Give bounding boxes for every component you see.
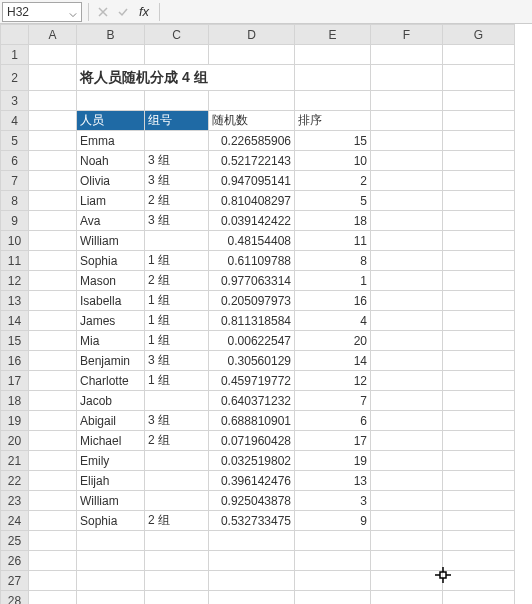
header-rank[interactable]: 排序 [295,111,371,131]
column-header[interactable]: E [295,25,371,45]
cell-person[interactable]: Sophia [77,511,145,531]
cell-rank[interactable]: 17 [295,431,371,451]
cell-rand[interactable]: 0.640371232 [209,391,295,411]
cell[interactable] [371,211,443,231]
cell[interactable] [371,471,443,491]
row-header[interactable]: 20 [1,431,29,451]
cell[interactable] [29,65,77,91]
header-group[interactable]: 组号 [145,111,209,131]
fx-label[interactable]: fx [139,4,149,19]
cell[interactable] [371,411,443,431]
cell-group[interactable]: 2 组 [145,511,209,531]
cell-person[interactable]: Michael [77,431,145,451]
cell[interactable] [29,591,77,605]
column-header[interactable]: F [371,25,443,45]
cell[interactable] [443,331,515,351]
cell[interactable] [145,531,209,551]
row-header[interactable]: 26 [1,551,29,571]
cell-rank[interactable]: 4 [295,311,371,331]
cell[interactable] [443,45,515,65]
cell[interactable] [443,131,515,151]
select-all-corner[interactable] [1,25,29,45]
row-header[interactable]: 19 [1,411,29,431]
cell-group[interactable]: 3 组 [145,351,209,371]
cell-rand[interactable]: 0.459719772 [209,371,295,391]
column-header[interactable]: D [209,25,295,45]
cell[interactable] [29,451,77,471]
cell[interactable] [371,251,443,271]
row-header[interactable]: 10 [1,231,29,251]
cell[interactable] [29,551,77,571]
cell[interactable] [371,531,443,551]
cell[interactable] [29,351,77,371]
cell[interactable] [29,231,77,251]
row-header[interactable]: 28 [1,591,29,605]
cell-person[interactable]: Liam [77,191,145,211]
cell-group[interactable]: 1 组 [145,371,209,391]
cell[interactable] [29,391,77,411]
cell[interactable] [77,45,145,65]
cell-rand[interactable]: 0.947095141 [209,171,295,191]
cell-person[interactable]: Ava [77,211,145,231]
cell-person[interactable]: Jacob [77,391,145,411]
name-box-dropdown-icon[interactable] [69,8,77,16]
cell-group[interactable]: 3 组 [145,171,209,191]
cell[interactable] [29,171,77,191]
cell[interactable] [145,91,209,111]
cell-rank[interactable]: 3 [295,491,371,511]
cell[interactable] [371,91,443,111]
cell-rank[interactable]: 12 [295,371,371,391]
cell-group[interactable]: 1 组 [145,291,209,311]
cell-rand[interactable]: 0.00622547 [209,331,295,351]
row-header[interactable]: 5 [1,131,29,151]
cell[interactable] [371,351,443,371]
cell-group[interactable]: 1 组 [145,251,209,271]
row-header[interactable]: 6 [1,151,29,171]
cell[interactable] [371,451,443,471]
cell[interactable] [443,491,515,511]
cell[interactable] [145,571,209,591]
cell-person[interactable]: Mia [77,331,145,351]
row-header[interactable]: 27 [1,571,29,591]
cell[interactable] [29,491,77,511]
cell[interactable] [371,571,443,591]
cell[interactable] [29,571,77,591]
cell-group[interactable]: 3 组 [145,211,209,231]
cell[interactable] [29,211,77,231]
row-header[interactable]: 1 [1,45,29,65]
cell[interactable] [443,511,515,531]
row-header[interactable]: 4 [1,111,29,131]
cell-rand[interactable]: 0.521722143 [209,151,295,171]
cell[interactable] [371,231,443,251]
cell-rand[interactable]: 0.61109788 [209,251,295,271]
cell[interactable] [371,431,443,451]
cell-group[interactable]: 1 组 [145,331,209,351]
row-header[interactable]: 21 [1,451,29,471]
row-header[interactable]: 7 [1,171,29,191]
cell[interactable] [29,91,77,111]
row-header[interactable]: 12 [1,271,29,291]
cell[interactable] [295,531,371,551]
cell[interactable] [209,591,295,605]
cell-rank[interactable]: 15 [295,131,371,151]
cell[interactable] [371,65,443,91]
cell[interactable] [295,91,371,111]
cell[interactable] [29,311,77,331]
cell[interactable] [29,371,77,391]
cell-rank[interactable]: 7 [295,391,371,411]
row-header[interactable]: 16 [1,351,29,371]
cell[interactable] [443,471,515,491]
cell-rand[interactable]: 0.48154408 [209,231,295,251]
cell-rand[interactable]: 0.205097973 [209,291,295,311]
cell[interactable] [443,111,515,131]
cell-rand[interactable]: 0.977063314 [209,271,295,291]
cell[interactable] [29,251,77,271]
cell[interactable] [29,431,77,451]
cell-rand[interactable]: 0.226585906 [209,131,295,151]
cell[interactable] [29,191,77,211]
cell[interactable] [443,211,515,231]
cell-rank[interactable]: 14 [295,351,371,371]
cell[interactable] [371,171,443,191]
cell[interactable] [443,65,515,91]
cell-person[interactable]: Elijah [77,471,145,491]
